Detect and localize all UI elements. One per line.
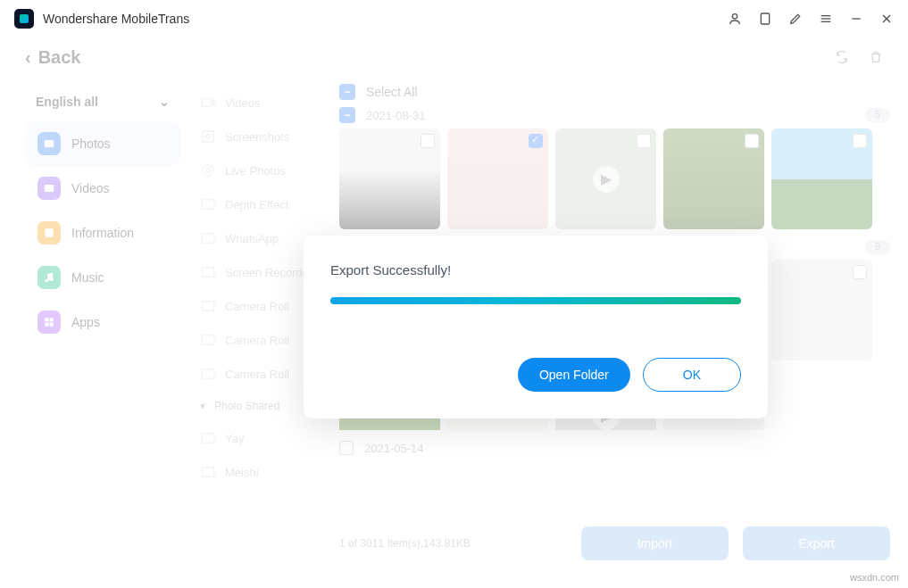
thumbnail-checkbox[interactable] [529,134,543,148]
ok-button[interactable]: OK [643,358,741,392]
svg-rect-14 [50,318,54,321]
sub-meishi[interactable]: Meishi [193,455,334,489]
app-logo [14,9,34,29]
sub-yay[interactable]: Yay [193,421,334,455]
photo-thumbnail[interactable] [771,260,872,360]
svg-rect-16 [50,323,54,327]
sidebar-item-label: Information [71,226,134,240]
watermark: wsxdn.com [850,572,899,583]
play-icon: ▶ [593,166,620,193]
photo-thumbnail[interactable] [447,128,548,229]
svg-rect-24 [202,268,214,277]
sidebar-item-label: Videos [71,181,110,195]
modal-title: Export Successfully! [330,262,741,277]
sub-depth-effect[interactable]: Depth Effect [193,187,334,221]
svg-rect-27 [202,369,214,379]
thumbnail-checkbox[interactable] [745,134,759,148]
svg-rect-17 [202,99,212,107]
back-bar: ‹ Back [0,37,908,77]
close-icon[interactable] [879,12,894,26]
video-thumbnail[interactable]: ▶ [555,128,656,229]
sidebar-item-photos[interactable]: Photos [25,121,180,166]
svg-rect-29 [202,468,214,477]
date-group-checkbox[interactable]: − [339,107,355,123]
svg-point-11 [45,279,48,283]
svg-point-20 [206,169,211,173]
export-button[interactable]: Export [743,526,890,560]
thumbnail-checkbox[interactable] [637,134,651,148]
svg-rect-18 [203,131,213,142]
date-group-label: 2021-08-31 [366,109,426,122]
svg-rect-25 [202,302,214,311]
apps-icon [37,311,61,334]
sidebar-item-label: Music [71,270,104,285]
svg-point-21 [203,165,213,176]
progress-bar [330,297,741,304]
app-title: Wondershare MobileTrans [43,12,189,26]
sidebar-item-apps[interactable]: Apps [25,300,180,344]
select-all-checkbox[interactable]: − [339,84,355,100]
thumbnail-checkbox[interactable] [853,265,867,279]
sync-icon[interactable] [835,50,849,64]
svg-rect-1 [761,13,769,24]
sub-screenshots[interactable]: Screenshots [193,120,334,153]
sidebar-item-music[interactable]: Music [25,255,180,300]
date-group-label: 2021-05-14 [364,442,424,455]
svg-point-19 [206,135,211,139]
sub-videos[interactable]: Videos [193,86,334,120]
count-badge: 5 [865,108,890,122]
sidebar-item-videos[interactable]: Videos [25,166,180,211]
svg-rect-26 [202,335,214,345]
open-folder-button[interactable]: Open Folder [518,358,630,392]
count-badge: 9 [865,240,890,254]
svg-rect-13 [45,318,48,321]
minimize-icon[interactable] [849,12,863,26]
svg-rect-10 [45,228,53,236]
sidebar-item-information[interactable]: Information [25,211,180,255]
import-button[interactable]: Import [581,526,729,560]
photo-thumbnail[interactable] [339,128,440,229]
trash-icon[interactable] [869,50,883,64]
chevron-left-icon: ‹ [25,47,31,68]
category-sidebar: English all ⌄ Photos Videos Information … [18,77,187,566]
videos-icon [37,177,61,200]
back-button[interactable]: ‹ Back [25,47,80,68]
svg-rect-22 [202,200,214,210]
photo-thumbnail[interactable] [771,128,872,229]
sidebar-item-label: Photos [71,137,111,151]
select-all-label: Select All [366,85,418,99]
svg-rect-28 [202,434,214,443]
device-icon[interactable] [758,12,772,26]
chevron-down-icon: ⌄ [159,95,170,109]
titlebar: Wondershare MobileTrans [0,0,908,37]
svg-rect-9 [45,185,54,192]
sub-live-photos[interactable]: Live Photos [193,153,334,187]
date-group-checkbox[interactable] [339,441,354,455]
photo-thumbnail[interactable] [663,128,764,229]
svg-point-12 [50,278,54,282]
photos-icon [37,132,61,155]
language-label: English all [36,95,98,109]
thumbnail-checkbox[interactable] [421,134,435,148]
sidebar-item-label: Apps [71,315,100,329]
menu-icon[interactable] [819,12,833,26]
user-icon[interactable] [728,12,742,26]
music-icon [37,266,61,289]
back-label: Back [38,47,81,68]
language-selector[interactable]: English all ⌄ [25,86,180,118]
thumbnail-checkbox[interactable] [853,134,867,148]
svg-rect-23 [202,234,214,244]
svg-rect-15 [45,323,48,327]
export-success-modal: Export Successfully! Open Folder OK [304,236,768,418]
edit-icon[interactable] [788,12,803,26]
information-icon [37,221,61,244]
selection-info: 1 of 3011 Item(s),143.81KB [339,537,471,550]
svg-point-0 [732,14,737,19]
svg-rect-8 [45,140,54,147]
